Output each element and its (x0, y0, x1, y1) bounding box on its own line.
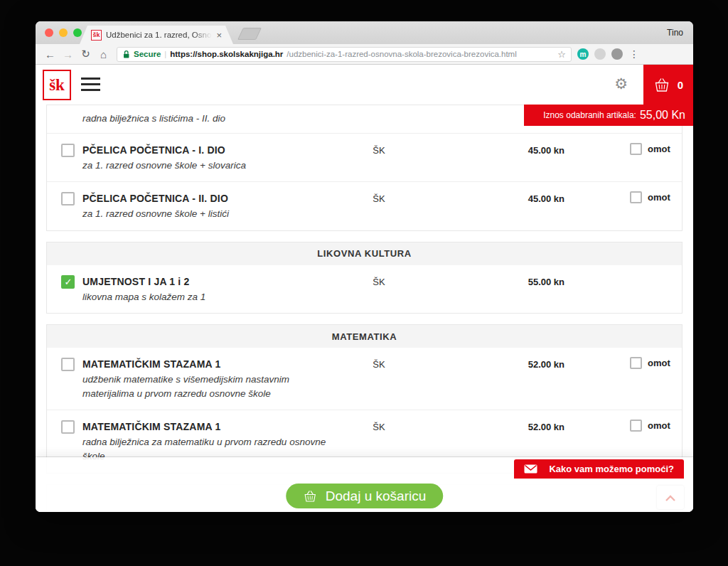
site-header: šk ⚙ 0 (36, 65, 693, 105)
envelope-icon (524, 464, 537, 474)
book-description: likovna mapa s kolažem za 1 (82, 290, 336, 304)
forward-icon[interactable]: → (59, 48, 77, 60)
cart-count: 0 (678, 79, 683, 91)
book-group-card: LIKOVNA KULTURA UMJETNOST I JA 1 i 2 lik… (46, 242, 682, 314)
address-bar[interactable]: Secure | https://shop.skolskaknjiga.hr /… (117, 47, 572, 62)
table-row: PČELICA POČETNICA - I. DIO za 1. razred … (47, 134, 682, 182)
omot-checkbox[interactable] (630, 420, 642, 432)
book-publisher: ŠK (336, 191, 422, 204)
omot-label: omot (648, 144, 670, 154)
omot-checkbox[interactable] (630, 357, 642, 369)
bookmark-star-icon[interactable]: ☆ (557, 49, 566, 60)
extension-m-icon[interactable]: m (577, 48, 589, 60)
close-window-button[interactable] (45, 28, 53, 37)
table-row: UMJETNOST I JA 1 i 2 likovna mapa s kola… (47, 265, 682, 314)
url-path: /udzbenici-za-1-razred-osnovna-skola-bre… (287, 50, 516, 58)
chat-help-label: Kako vam možemo pomoći? (549, 464, 674, 474)
cart-button[interactable]: 0 (643, 65, 693, 105)
book-checkbox[interactable] (61, 192, 75, 205)
browser-tab[interactable]: šk Udžbenici za 1. razred, Osnovn × (80, 26, 233, 44)
site-favicon-icon: šk (91, 30, 102, 41)
book-price: 52.00 kn (422, 420, 630, 432)
new-tab-button[interactable] (237, 28, 262, 40)
omot-label: omot (648, 358, 670, 368)
add-to-cart-button[interactable]: Dodaj u košaricu (286, 484, 444, 508)
tab-title: Udžbenici za 1. razred, Osnovn (106, 31, 212, 39)
book-description: udžbenik matematike s višemedijskim nast… (82, 373, 336, 400)
book-checkbox[interactable] (61, 420, 75, 434)
book-price: 52.00 kn (422, 357, 630, 370)
book-title: MATEMATIČKIM STAZAMA 1 (82, 357, 336, 370)
url-host: https://shop.skolskaknjiga.hr (170, 50, 283, 58)
home-icon[interactable]: ⌂ (95, 48, 112, 60)
extension-icon[interactable] (594, 48, 606, 60)
omot-label: omot (648, 192, 670, 203)
zoom-window-button[interactable] (73, 28, 82, 37)
basket-icon (653, 77, 670, 92)
selected-amount-value: 55,00 Kn (640, 109, 685, 122)
chevron-up-icon (664, 493, 677, 502)
book-price: 45.00 kn (422, 191, 630, 204)
book-price: 55.00 kn (422, 274, 630, 287)
scroll-to-top-button[interactable] (657, 486, 684, 509)
section-header: LIKOVNA KULTURA (47, 242, 682, 265)
book-group-card: MATEMATIKA MATEMATIČKIM STAZAMA 1 udžben… (46, 324, 682, 473)
address-separator: | (164, 50, 166, 58)
browser-menu-icon[interactable]: ⋮ (629, 48, 639, 60)
selected-amount-label: Iznos odabranih artikala: (543, 110, 636, 120)
sk-logo[interactable]: šk (43, 70, 71, 100)
chat-help-button[interactable]: Kako vam možemo pomoći? (514, 459, 684, 479)
minimize-window-button[interactable] (59, 28, 68, 37)
book-publisher: ŠK (336, 420, 422, 432)
basket-icon (303, 489, 317, 503)
book-checkbox[interactable] (61, 144, 75, 157)
section-header: MATEMATIKA (47, 325, 682, 348)
settings-gear-icon[interactable]: ⚙ (614, 75, 628, 92)
extension-icon[interactable] (611, 48, 623, 60)
book-price: 45.00 kn (422, 143, 630, 156)
refresh-icon[interactable]: ↻ (77, 48, 95, 60)
book-title: UMJETNOST I JA 1 i 2 (82, 274, 336, 287)
browser-profile-name[interactable]: Tino (667, 28, 683, 38)
hamburger-menu-icon[interactable] (81, 78, 100, 91)
add-to-cart-label: Dodaj u košaricu (326, 488, 427, 504)
book-publisher: ŠK (336, 274, 422, 287)
book-publisher: ŠK (336, 143, 422, 156)
book-description: za 1. razred osnovne škole + listići (82, 207, 336, 221)
back-icon[interactable]: ← (41, 48, 59, 60)
book-title: PČELICA POČETNICA - II. DIO (82, 191, 336, 204)
secure-label: Secure (134, 50, 161, 58)
omot-label: omot (648, 420, 670, 431)
table-row: PČELICA POČETNICA - II. DIO za 1. razred… (47, 181, 682, 230)
table-row: MATEMATIČKIM STAZAMA 1 udžbenik matemati… (47, 348, 682, 410)
browser-window: šk Udžbenici za 1. razred, Osnovn × Tino… (36, 21, 693, 512)
selected-amount-banner: Iznos odabranih artikala: 55,00 Kn (524, 105, 693, 126)
tab-close-icon[interactable]: × (216, 31, 222, 40)
secure-lock-icon (122, 50, 130, 59)
book-title: PČELICA POČETNICA - I. DIO (82, 143, 336, 156)
book-title: MATEMATIČKIM STAZAMA 1 (82, 420, 336, 432)
book-description: za 1. razred osnovne škole + slovarica (82, 159, 336, 173)
window-controls (45, 28, 82, 37)
book-checkbox[interactable] (61, 358, 75, 371)
omot-checkbox[interactable] (630, 191, 642, 203)
book-list: radna bilježnica s listićima - II. dio P… (36, 105, 693, 512)
book-publisher: ŠK (336, 357, 422, 370)
book-checkbox-checked[interactable] (61, 275, 75, 289)
titlebar: šk Udžbenici za 1. razred, Osnovn × Tino (36, 21, 693, 44)
browser-toolbar: ← → ↻ ⌂ Secure | https://shop.skolskaknj… (36, 44, 693, 65)
omot-checkbox[interactable] (630, 143, 642, 155)
